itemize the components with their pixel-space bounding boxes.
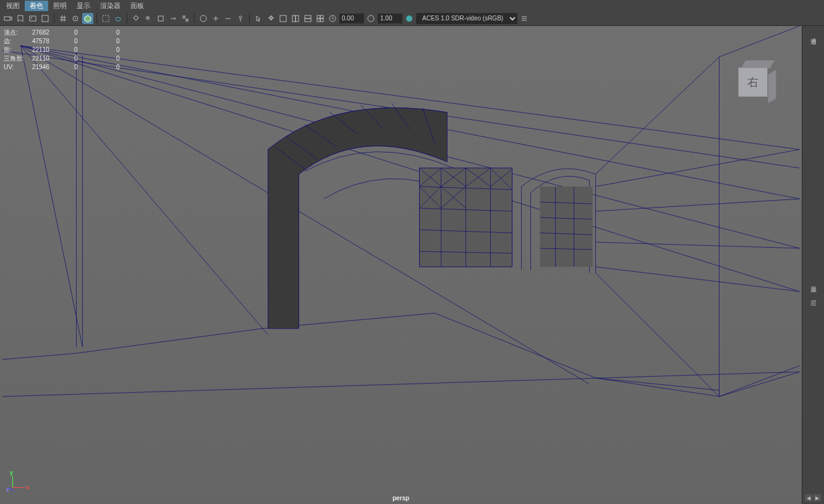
viewport[interactable]: 顶点:2768200 边:4757800 面:2211000 三角形:22110… <box>0 26 802 504</box>
display-tab[interactable]: 显示 <box>808 278 819 285</box>
viewport-toolbar: ✥ ACES 1.0 SDR-video (sRGB) <box>0 11 824 26</box>
snap-icon[interactable] <box>70 13 81 24</box>
near-clip-field[interactable] <box>339 14 364 23</box>
svg-point-14 <box>200 15 206 22</box>
stat-faces-label: 面: <box>4 46 32 54</box>
svg-line-77 <box>596 242 800 248</box>
move-icon[interactable]: ✥ <box>265 13 276 24</box>
svg-point-10 <box>147 20 151 21</box>
svg-rect-19 <box>305 15 311 19</box>
toolbar-sep <box>127 14 127 23</box>
stat-tris-label: 三角形: <box>4 54 32 63</box>
scroll-left-icon[interactable]: ◀ <box>805 494 812 502</box>
menu-shading[interactable]: 着色 <box>25 1 48 11</box>
svg-line-73 <box>720 366 800 397</box>
clock-icon[interactable] <box>327 13 338 24</box>
svg-line-35 <box>21 46 800 292</box>
select-camera-icon[interactable] <box>2 13 14 24</box>
color-space-select[interactable]: ACES 1.0 SDR-video (sRGB) <box>416 13 517 24</box>
svg-rect-0 <box>4 17 10 20</box>
pointer-icon[interactable] <box>253 13 264 24</box>
toolbar-sep <box>54 14 54 23</box>
view-cube[interactable]: 右 <box>731 60 777 106</box>
right-sidebar: 通道 显示 层 ◀ ▶ <box>802 26 824 504</box>
stat-edges-label: 边: <box>4 37 32 46</box>
layers-tab[interactable]: 层 <box>808 292 819 299</box>
shadow-icon[interactable] <box>143 13 154 24</box>
ao-icon[interactable] <box>155 13 166 24</box>
svg-rect-66 <box>540 187 593 267</box>
bookmark-icon[interactable] <box>15 13 26 24</box>
film-gate-icon[interactable] <box>40 13 51 24</box>
color-mgmt-icon[interactable] <box>404 13 415 24</box>
svg-line-75 <box>596 149 800 187</box>
plus-icon[interactable] <box>210 13 221 24</box>
xray-icon[interactable] <box>100 13 111 24</box>
menu-view[interactable]: 视图 <box>1 1 25 11</box>
texture-icon[interactable] <box>180 13 191 24</box>
image-plane-icon[interactable] <box>27 13 38 24</box>
svg-point-27 <box>406 15 412 22</box>
pin-icon[interactable] <box>235 13 246 24</box>
viewcube-right-side[interactable] <box>768 69 776 104</box>
svg-rect-21 <box>317 15 320 19</box>
wireframe-shaded-icon[interactable] <box>82 13 93 24</box>
svg-point-15 <box>239 16 242 19</box>
far-clip-field[interactable] <box>378 14 402 23</box>
svg-rect-18 <box>295 15 299 22</box>
motion-blur-icon[interactable] <box>168 13 179 24</box>
settings-icon[interactable] <box>519 13 530 24</box>
svg-rect-11 <box>158 16 163 21</box>
panel-menu-bar: 视图 着色 照明 显示 渲染器 面板 <box>0 0 824 11</box>
svg-rect-16 <box>280 15 286 22</box>
layout-4-icon[interactable] <box>315 13 326 24</box>
svg-rect-22 <box>320 15 323 19</box>
camera-name: persp <box>393 495 409 502</box>
axis-indicator: y x z <box>7 468 32 493</box>
svg-point-5 <box>75 18 76 19</box>
svg-rect-12 <box>182 15 185 19</box>
light-icon[interactable] <box>130 13 142 24</box>
svg-rect-6 <box>103 15 109 22</box>
menu-show[interactable]: 显示 <box>72 1 95 11</box>
isolate-icon[interactable] <box>198 13 209 24</box>
teapot-icon[interactable] <box>113 13 124 24</box>
svg-rect-17 <box>292 15 295 22</box>
svg-point-7 <box>116 17 121 21</box>
scroll-right-icon[interactable]: ▶ <box>813 494 821 502</box>
svg-point-9 <box>146 16 150 20</box>
channel-box-tab[interactable]: 通道 <box>808 30 819 37</box>
svg-rect-13 <box>185 19 189 22</box>
menu-panels[interactable]: 面板 <box>125 1 149 11</box>
wireframe-scene <box>0 26 802 504</box>
minus-icon[interactable] <box>223 13 234 24</box>
svg-line-33 <box>21 46 268 335</box>
layout-1-icon[interactable] <box>278 13 289 24</box>
far-clip-icon[interactable] <box>365 13 376 24</box>
svg-rect-23 <box>317 19 320 22</box>
toolbar-sep <box>249 14 250 23</box>
svg-line-28 <box>2 372 800 397</box>
menu-lighting[interactable]: 照明 <box>48 1 72 11</box>
heads-up-display: 顶点:2768200 边:4757800 面:2211000 三角形:22110… <box>4 28 158 72</box>
svg-rect-1 <box>30 16 36 21</box>
viewcube-front[interactable]: 右 <box>738 67 768 97</box>
svg-rect-3 <box>42 15 48 22</box>
stat-verts-label: 顶点: <box>4 28 32 37</box>
layout-2-icon[interactable] <box>290 13 301 24</box>
svg-point-2 <box>31 17 32 19</box>
toolbar-sep <box>96 14 97 23</box>
stat-uv-label: UV: <box>4 63 32 72</box>
svg-rect-24 <box>320 19 323 22</box>
layout-3-icon[interactable] <box>302 13 313 24</box>
svg-line-34 <box>21 46 83 347</box>
svg-point-8 <box>134 16 138 20</box>
svg-line-78 <box>596 267 800 292</box>
svg-rect-20 <box>305 19 311 22</box>
menu-renderer[interactable]: 渲染器 <box>95 1 125 11</box>
svg-line-74 <box>720 26 800 57</box>
svg-point-26 <box>368 15 374 22</box>
toolbar-sep <box>194 14 195 23</box>
svg-line-76 <box>596 199 800 211</box>
grid-icon[interactable] <box>57 13 69 24</box>
